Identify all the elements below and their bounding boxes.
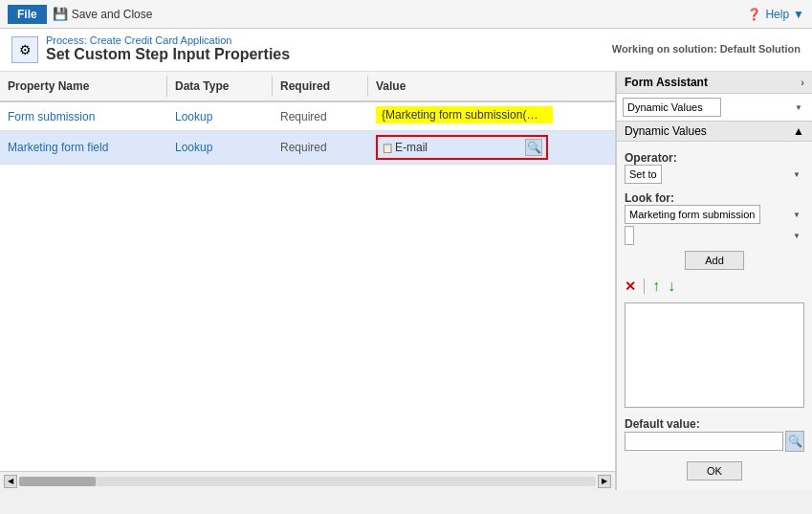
email-value-text: E-mail [395,141,523,154]
table-area: Property Name Data Type Required Value F… [0,72,616,490]
default-value-input[interactable] [625,432,783,451]
email-icon: 📋 [382,143,393,153]
add-button-container: Add [625,251,804,270]
divider [644,279,645,294]
row2-required: Required [273,137,368,158]
add-button[interactable]: Add [685,251,744,270]
operator-select-wrapper: Set to [625,165,804,184]
lookup-icon: 🔍 [527,141,541,154]
solution-label: Working on solution: Default Solution [612,43,801,55]
action-row: ✕ ↑ ↓ [625,276,804,297]
delete-icon[interactable]: ✕ [625,279,636,294]
col-header-datatype: Data Type [167,76,273,97]
page-header: ⚙ Process: Create Credit Card Applicatio… [0,29,812,72]
default-value-section: Default value: 🔍 [625,413,804,452]
row1-property[interactable]: Form submission [0,106,167,127]
save-icon: 💾 [53,7,68,21]
table-header: Property Name Data Type Required Value [0,72,615,102]
gear-icon: ⚙ [19,42,32,57]
table-row: Marketing form field Lookup Required 📋 E… [0,131,615,165]
toolbar-left: File 💾 Save and Close [8,5,152,24]
dynamic-values-wrapper: Dynamic Values [623,98,806,117]
row2-datatype: Lookup [167,137,273,158]
toolbar: File 💾 Save and Close ❓ Help ▼ [0,0,812,29]
main-layout: Property Name Data Type Required Value F… [0,72,812,490]
help-label: Help [765,8,789,21]
scroll-thumb [19,477,96,486]
horizontal-scrollbar[interactable]: ◀ ▶ [0,471,615,490]
collapse-icon: ▲ [793,124,804,138]
header-icon: ⚙ [11,36,38,63]
look-for-select[interactable]: Marketing form submission [625,205,760,224]
chevron-right-icon[interactable]: › [801,77,804,88]
form-assistant-title: Form Assistant [625,76,708,89]
row1-datatype: Lookup [167,106,273,127]
dynamic-values-select-row: Dynamic Values [617,94,812,122]
look-for-label: Look for: [625,191,804,205]
col-header-value: Value [368,76,615,97]
look-for-sub-select[interactable] [625,226,634,245]
move-up-icon[interactable]: ↑ [652,278,660,295]
operator-select[interactable]: Set to [625,165,662,184]
col-header-required: Required [273,76,368,97]
email-field-container[interactable]: 📋 E-mail 🔍 [376,135,548,160]
look-for-section: Look for: Marketing form submission [625,190,804,245]
help-dropdown-icon: ▼ [793,8,804,21]
move-down-icon[interactable]: ↓ [668,278,675,295]
scroll-track[interactable] [19,477,596,486]
row1-value: {Marketing form submission(Mark [368,102,615,130]
default-lookup-button[interactable]: 🔍 [785,431,804,452]
values-list-box[interactable] [625,302,804,408]
row2-value: 📋 E-mail 🔍 [368,131,615,164]
col-header-property: Property Name [0,76,167,97]
row1-required: Required [273,106,368,127]
operator-section: Operator: Set to [625,149,804,184]
page-title: Set Custom Step Input Properties [46,46,290,63]
row2-property[interactable]: Marketing form field [0,137,167,158]
dynamic-values-section-label: Dynamic Values [625,124,707,138]
lookup-button[interactable]: 🔍 [525,139,542,156]
form-assistant-panel: Form Assistant › Dynamic Values Dynamic … [616,72,812,490]
scroll-right-button[interactable]: ▶ [598,475,611,488]
look-for-sub-select-wrapper [625,226,804,245]
ok-button-container: OK [625,458,804,482]
default-value-label: Default value: [625,417,804,431]
default-value-input-row: 🔍 [625,431,804,452]
ok-button[interactable]: OK [687,461,742,480]
help-button[interactable]: ❓ Help ▼ [747,8,804,21]
look-for-select-wrapper: Marketing form submission [625,205,804,224]
row1-value-highlight[interactable]: {Marketing form submission(Mark [376,106,553,123]
dynamic-values-select[interactable]: Dynamic Values [623,98,721,117]
table-body: Form submission Lookup Required {Marketi… [0,102,615,471]
breadcrumb: Process: Create Credit Card Application [46,34,290,46]
header-text: Process: Create Credit Card Application … [46,34,290,63]
default-lookup-icon: 🔍 [788,435,802,448]
form-assistant-header: Form Assistant › [617,72,812,94]
dynamic-values-section[interactable]: Dynamic Values ▲ [617,122,812,142]
operator-label: Operator: [625,151,804,165]
save-close-label: Save and Close [72,8,153,21]
help-icon: ❓ [747,8,761,21]
form-assistant-body: Operator: Set to Look for: Marketing for… [617,142,812,490]
scroll-left-button[interactable]: ◀ [4,475,17,488]
table-row: Form submission Lookup Required {Marketi… [0,102,615,131]
save-close-button[interactable]: 💾 Save and Close [53,7,153,21]
file-button[interactable]: File [8,5,47,24]
